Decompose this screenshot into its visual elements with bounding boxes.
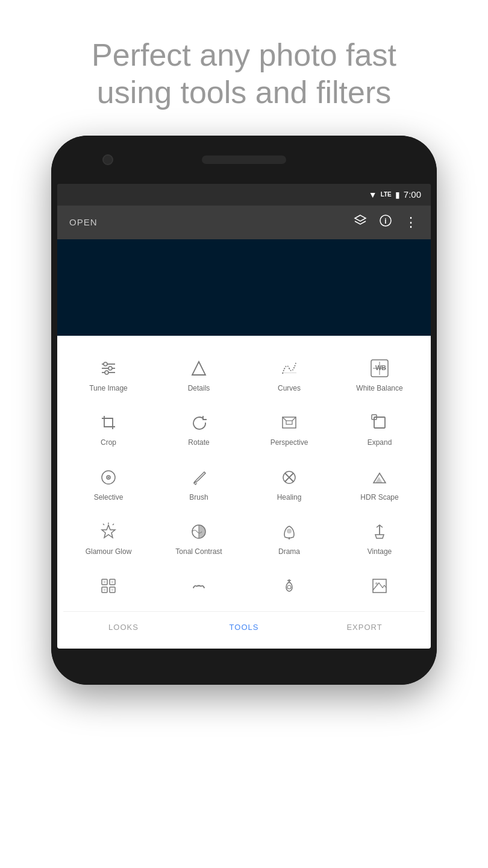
wifi-icon: ▼	[369, 190, 377, 200]
tool-rotate[interactable]: Rotate	[154, 402, 244, 456]
glamour-label: Glamour Glow	[86, 547, 132, 556]
curves-label: Curves	[278, 384, 301, 392]
perspective-icon	[280, 412, 298, 433]
tool-curves[interactable]: Curves	[244, 348, 334, 402]
tool-healing[interactable]: Healing	[244, 457, 334, 511]
info-icon[interactable]: i	[379, 214, 392, 230]
lte-icon: LTE	[381, 191, 392, 198]
tool-vintage[interactable]: Vintage	[334, 511, 425, 565]
svg-marker-8	[192, 362, 205, 375]
rotate-label: Rotate	[188, 438, 209, 447]
glamour-icon	[99, 521, 117, 542]
tool-wb[interactable]: W B White Balance	[334, 348, 425, 402]
crop-icon	[99, 412, 117, 433]
svg-line-30	[113, 524, 114, 525]
healing-label: Healing	[277, 493, 302, 502]
tool-brush[interactable]: Brush	[154, 457, 244, 511]
nav-export[interactable]: EXPORT	[304, 623, 425, 632]
phone-screen: ▼ LTE ▮ 7:00 OPEN i	[57, 184, 431, 649]
svg-rect-18	[286, 421, 292, 424]
tune-icon	[99, 357, 117, 379]
perspective-label: Perspective	[271, 438, 308, 447]
tune-label: Tune Image	[89, 384, 128, 392]
phone-frame: ▼ LTE ▮ 7:00 OPEN i	[51, 136, 437, 685]
phone-top-bezel	[51, 136, 437, 184]
tool-glamour[interactable]: Glamour Glow	[63, 511, 154, 565]
phone-bottom-bezel	[51, 649, 437, 685]
tonal-label: Tonal Contrast	[175, 547, 222, 556]
battery-icon: ▮	[395, 190, 400, 200]
open-button[interactable]: OPEN	[69, 217, 98, 227]
expand-icon	[371, 412, 389, 433]
front-camera	[102, 154, 113, 165]
tool-perspective[interactable]: Perspective	[244, 402, 334, 456]
svg-point-45	[375, 582, 378, 585]
wb-icon: W B	[370, 357, 389, 379]
healing-icon	[280, 467, 298, 488]
wb-label: White Balance	[356, 384, 402, 392]
svg-point-23	[108, 476, 110, 478]
expand-label: Expand	[368, 438, 392, 447]
facials-icon	[190, 575, 208, 597]
drama-icon	[280, 521, 298, 542]
tool-crop[interactable]: Crop	[63, 402, 154, 456]
rotate-icon	[190, 412, 208, 433]
drama-label: Drama	[278, 547, 300, 556]
vintage-label: Vintage	[368, 547, 392, 556]
app-toolbar: OPEN i ⋮	[57, 206, 431, 239]
svg-point-39	[104, 581, 106, 583]
tool-looks-icon[interactable]	[63, 565, 154, 611]
svg-line-17	[292, 417, 296, 421]
hdr-icon	[371, 467, 389, 488]
svg-marker-27	[102, 525, 115, 538]
tool-selective[interactable]: Selective	[63, 457, 154, 511]
svg-text:i: i	[384, 217, 386, 225]
photo-preview	[57, 239, 431, 336]
tool-tune[interactable]: Tune Image	[63, 348, 154, 402]
guitar-icon	[280, 575, 298, 597]
time-display: 7:00	[404, 189, 421, 200]
tool-tonal[interactable]: Tonal Contrast	[154, 511, 244, 565]
svg-point-6	[108, 366, 112, 370]
page-header: Perfect any photo fast using tools and f…	[43, 0, 445, 136]
svg-point-5	[104, 362, 107, 366]
more-icon[interactable]: ⋮	[404, 215, 419, 230]
svg-point-42	[111, 589, 114, 591]
tool-hdr[interactable]: HDR Scape	[334, 457, 425, 511]
hdr-label: HDR Scape	[360, 493, 398, 502]
tools-area: Tune Image Details	[57, 336, 431, 649]
brush-icon	[190, 467, 208, 488]
tools-grid: Tune Image Details	[63, 348, 425, 612]
selective-icon	[99, 467, 117, 488]
nav-looks[interactable]: LOOKS	[63, 623, 184, 632]
crop-label: Crop	[101, 438, 116, 447]
tool-details[interactable]: Details	[154, 348, 244, 402]
details-label: Details	[188, 384, 210, 392]
svg-line-29	[103, 524, 104, 525]
status-bar: ▼ LTE ▮ 7:00	[57, 184, 431, 206]
vintage-icon	[371, 521, 389, 542]
layers-icon[interactable]	[354, 214, 367, 230]
looks-grid-icon	[99, 575, 117, 597]
bottom-nav: LOOKS TOOLS EXPORT	[63, 611, 425, 643]
tool-frame[interactable]	[334, 565, 425, 611]
tool-expand[interactable]: Expand	[334, 402, 425, 456]
speaker	[202, 156, 286, 164]
svg-point-33	[287, 529, 292, 533]
details-icon	[190, 357, 208, 379]
svg-rect-19	[374, 417, 385, 428]
svg-line-16	[283, 417, 286, 421]
svg-point-41	[104, 589, 106, 591]
svg-point-7	[105, 371, 108, 374]
brush-label: Brush	[189, 493, 208, 502]
tonal-icon	[190, 521, 208, 542]
selective-label: Selective	[94, 493, 124, 502]
svg-point-43	[287, 585, 291, 589]
tool-drama[interactable]: Drama	[244, 511, 334, 565]
tool-guitar[interactable]	[244, 565, 334, 611]
svg-point-40	[111, 581, 114, 583]
curves-icon	[280, 357, 298, 379]
frame-icon	[371, 575, 389, 597]
tool-facials[interactable]	[154, 565, 244, 611]
nav-tools[interactable]: TOOLS	[184, 623, 304, 632]
